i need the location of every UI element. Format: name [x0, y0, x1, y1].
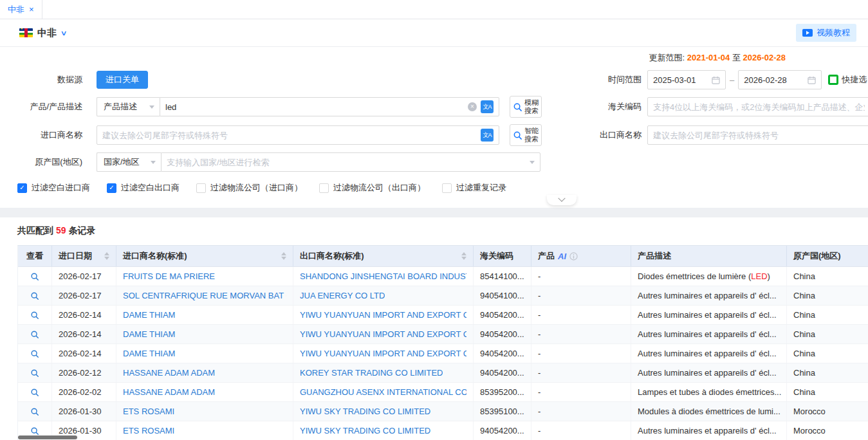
- filter-checkbox[interactable]: ✓ 过滤空白进口商: [17, 182, 90, 194]
- origin-input-box[interactable]: [161, 152, 540, 172]
- checkbox-icon[interactable]: ✓: [442, 183, 452, 193]
- exporter-link[interactable]: GUANGZHOU ASENX INTERNATIONAL CO ...: [300, 387, 466, 397]
- tab-label: 中非: [8, 4, 24, 15]
- translate-icon[interactable]: 文A: [481, 100, 494, 113]
- horizontal-scrollbar[interactable]: [18, 435, 77, 439]
- filter-checkbox[interactable]: ✓ 过滤物流公司（进口商）: [196, 182, 302, 194]
- country-selector[interactable]: 中非: [37, 27, 57, 39]
- importer-link[interactable]: ETS ROSAMI: [123, 426, 174, 435]
- product-type-select[interactable]: 产品描述: [97, 97, 160, 116]
- filter-checkbox[interactable]: ✓ 过滤物流公司（出口商）: [319, 182, 425, 194]
- import-declaration-button[interactable]: 进口关单: [97, 71, 148, 89]
- date-range-separator: –: [730, 75, 734, 85]
- importer-link[interactable]: DAME THIAM: [123, 310, 175, 320]
- importer-link[interactable]: DAME THIAM: [123, 329, 175, 339]
- view-detail-button[interactable]: [30, 291, 39, 300]
- import-date-cell: 2026-02-14: [52, 344, 116, 363]
- filter-checkbox[interactable]: ✓ 过滤重复记录: [442, 182, 506, 194]
- view-detail-button[interactable]: [30, 369, 39, 378]
- checkbox-icon[interactable]: ✓: [17, 183, 27, 193]
- magnifier-icon: [30, 388, 39, 397]
- importer-link[interactable]: SOL CENTRAFRIQUE RUE MORVAN BAT OF...: [123, 291, 286, 300]
- clear-input-icon[interactable]: ×: [468, 102, 477, 111]
- sort-icon[interactable]: [100, 252, 109, 260]
- column-header-import-date[interactable]: 进口日期: [52, 246, 116, 266]
- origin-type-value: 国家/地区: [104, 156, 140, 168]
- description-cell: Autres luminaires et appareils d' écl...: [631, 286, 787, 305]
- exporter-link[interactable]: YIWU SKY TRADING CO LIMITED: [300, 407, 430, 416]
- checkbox-icon[interactable]: ✓: [319, 183, 329, 193]
- video-tutorial-button[interactable]: 视频教程: [796, 24, 856, 42]
- sort-icon[interactable]: [277, 252, 286, 260]
- tab-central-africa[interactable]: 中非 ×: [0, 0, 42, 19]
- view-detail-button[interactable]: [30, 311, 39, 320]
- date-end-input[interactable]: [744, 75, 804, 85]
- smart-search-button[interactable]: 智能 搜索: [510, 124, 542, 146]
- importer-link[interactable]: HASSANE ADAM ADAM: [123, 387, 215, 397]
- sort-icon[interactable]: [457, 252, 466, 260]
- exporter-input-box[interactable]: [647, 125, 868, 145]
- product-input-box[interactable]: × 文A: [160, 97, 499, 116]
- checkbox-icon[interactable]: ✓: [107, 183, 116, 193]
- exporter-link[interactable]: SHANDONG JINSHENGTAI BOARD INDUST...: [300, 271, 466, 281]
- date-start-input-box[interactable]: [647, 70, 726, 89]
- chevron-down-icon: [149, 105, 154, 109]
- hs-code-cell: 85395100...: [474, 402, 531, 421]
- search-icon: [513, 102, 522, 112]
- filter-label: 过滤物流公司（进口商）: [210, 182, 302, 194]
- hs-code-input-box[interactable]: [647, 97, 868, 116]
- date-start-input[interactable]: [653, 75, 708, 85]
- importer-input-box[interactable]: 文A: [97, 125, 499, 145]
- product-ai-cell: -: [531, 286, 631, 305]
- hs-code-cell: 94054100...: [474, 286, 531, 305]
- importer-link[interactable]: ETS ROSAMI: [123, 407, 174, 416]
- chevron-down-icon[interactable]: ∨: [60, 29, 67, 37]
- filter-checkbox[interactable]: ✓ 过滤空白出口商: [107, 182, 180, 194]
- view-detail-button[interactable]: [30, 330, 39, 339]
- exporter-link[interactable]: KOREY STAR TRADING CO LIMITED: [300, 368, 443, 378]
- column-header-importer[interactable]: 进口商名称(标准): [116, 246, 293, 266]
- view-detail-button[interactable]: [30, 407, 39, 416]
- origin-country-input[interactable]: [167, 158, 522, 167]
- origin-country-cell: China: [787, 306, 868, 324]
- column-header-product-ai: 产品 AI: [531, 246, 631, 266]
- exporter-link[interactable]: YIWU YUANYUAN IMPORT AND EXPORT C...: [300, 329, 466, 339]
- filter-label: 过滤空白进口商: [32, 182, 90, 194]
- product-ai-cell: -: [531, 306, 631, 324]
- view-detail-button[interactable]: [30, 388, 39, 397]
- exporter-link[interactable]: JUA ENERGY CO LTD: [300, 291, 385, 300]
- importer-input[interactable]: [102, 131, 477, 140]
- hs-code-input[interactable]: [653, 102, 865, 112]
- exporter-input[interactable]: [653, 131, 865, 140]
- importer-link[interactable]: FRUITS DE MA PRIERE: [123, 271, 215, 281]
- importer-link[interactable]: HASSANE ADAM ADAM: [123, 368, 215, 378]
- view-detail-button[interactable]: [30, 349, 39, 358]
- import-date-cell: 2026-02-14: [52, 325, 116, 344]
- product-ai-cell: -: [531, 402, 631, 421]
- product-search-input[interactable]: [165, 102, 464, 112]
- quick-select-button[interactable]: 快捷选: [828, 74, 867, 86]
- description-cell: Diodes émettrices de lumière (LED): [631, 267, 787, 286]
- origin-type-select[interactable]: 国家/地区: [97, 152, 161, 172]
- checkbox-icon[interactable]: ✓: [196, 183, 206, 193]
- exporter-link[interactable]: YIWU SKY TRADING CO LIMITED: [300, 426, 430, 435]
- info-icon[interactable]: [569, 252, 578, 261]
- date-end-input-box[interactable]: [738, 70, 822, 89]
- description-cell: Autres luminaires et appareils d' écl...: [631, 325, 787, 344]
- magnifier-icon: [30, 349, 39, 358]
- exporter-link[interactable]: YIWU YUANYUAN IMPORT AND EXPORT C...: [300, 349, 466, 358]
- tab-close-icon[interactable]: ×: [29, 5, 34, 14]
- column-header-exporter[interactable]: 出口商名称(标准): [293, 246, 474, 266]
- translate-icon[interactable]: 文A: [481, 129, 494, 142]
- importer-link[interactable]: DAME THIAM: [123, 349, 175, 358]
- table-row: 2026-02-14 DAME THIAM YIWU YUANYUAN IMPO…: [18, 306, 868, 325]
- fuzzy-search-button[interactable]: 模糊 搜索: [510, 96, 542, 118]
- ai-badge: AI: [558, 252, 566, 261]
- table-row: 2026-02-17 SOL CENTRAFRIQUE RUE MORVAN B…: [18, 286, 868, 306]
- product-ai-cell: -: [531, 363, 631, 382]
- collapse-panel-button[interactable]: [547, 195, 577, 205]
- table-header: 查看 进口日期 进口商名称(标准) 出口商名称(标准) 海关编码 产品 AI: [18, 246, 868, 267]
- exporter-link[interactable]: YIWU YUANYUAN IMPORT AND EXPORT C...: [300, 310, 466, 320]
- view-detail-button[interactable]: [30, 272, 39, 281]
- view-detail-button[interactable]: [30, 426, 39, 435]
